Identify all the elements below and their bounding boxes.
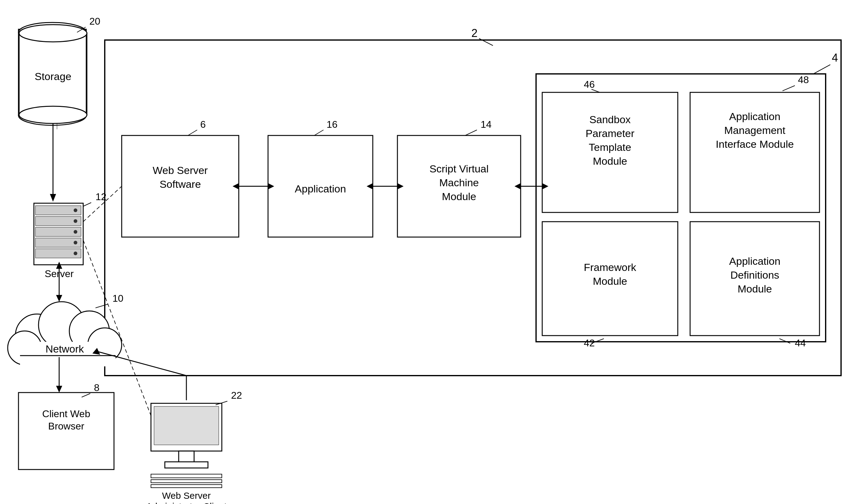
ref-10-label: 10 (112, 293, 124, 304)
svg-point-36 (74, 208, 77, 212)
ref-12-label: 12 (96, 191, 107, 202)
sandbox-label-1: Sandbox (589, 114, 631, 125)
script-vm-label-1: Script Virtual (429, 163, 489, 175)
ref-22-label: 22 (231, 390, 242, 401)
ref-48-label: 48 (798, 74, 809, 85)
svg-point-24 (19, 106, 87, 124)
ref-8-label: 8 (94, 382, 99, 393)
svg-rect-63 (151, 485, 222, 488)
svg-marker-54 (56, 386, 62, 392)
ref-46-label: 46 (584, 79, 595, 90)
framework-label-2: Module (593, 275, 627, 287)
sandbox-label-3: Template (589, 141, 631, 153)
client-web-label-2: Browser (48, 421, 84, 432)
app-def-label-3: Module (737, 283, 772, 295)
script-vm-label-3: Module (442, 191, 476, 202)
svg-line-41 (83, 202, 91, 206)
app-mgmt-label-2: Management (724, 125, 785, 136)
svg-point-39 (74, 241, 77, 244)
ref-2-label: 2 (471, 27, 478, 39)
framework-label-1: Framework (584, 261, 636, 273)
svg-point-37 (74, 219, 77, 223)
ref-6-label: 6 (200, 119, 206, 130)
svg-rect-58 (154, 406, 219, 445)
admin-label-1: Web Server (162, 490, 211, 501)
storage-label: Storage (34, 70, 71, 82)
diagram-container: 2 4 46 48 42 44 Sandbox Parameter Templa… (0, 0, 858, 504)
svg-rect-62 (151, 480, 222, 483)
svg-point-25 (19, 25, 87, 42)
svg-rect-61 (151, 474, 222, 478)
ref-14-label: 14 (481, 119, 492, 130)
script-vm-label-2: Machine (439, 177, 479, 189)
sandbox-label-2: Parameter (586, 128, 635, 139)
client-web-label-1: Client Web (42, 408, 90, 419)
web-server-label-2: Software (160, 178, 201, 190)
network-label: Network (46, 343, 84, 355)
svg-point-40 (74, 251, 77, 255)
svg-rect-60 (165, 462, 208, 468)
app-mgmt-label-1: Application (729, 111, 780, 122)
ref-16-label: 16 (327, 119, 338, 130)
svg-marker-43 (56, 295, 62, 302)
admin-label-2: Administrator Client (146, 501, 227, 504)
ref-20-label: 20 (89, 16, 100, 27)
application-label: Application (295, 183, 346, 195)
app-def-label-2: Definitions (730, 269, 779, 281)
ref-4-label: 4 (832, 51, 838, 64)
sandbox-label-4: Module (593, 155, 627, 167)
web-server-label-1: Web Server (153, 164, 208, 176)
app-def-label-1: Application (729, 255, 780, 267)
svg-point-38 (74, 230, 77, 234)
app-mgmt-label-3: Interface Module (716, 138, 794, 150)
ref-44-label: 44 (795, 338, 806, 348)
svg-marker-28 (50, 194, 56, 202)
diagram-svg: 2 4 46 48 42 44 Sandbox Parameter Templa… (0, 0, 858, 504)
